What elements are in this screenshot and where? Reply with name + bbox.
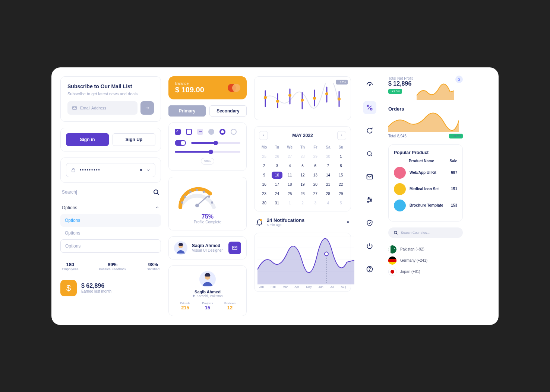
product-row[interactable]: Medical Icon Set151 [394,183,457,195]
stat-value: 98% [146,262,159,267]
search-icon[interactable] [153,189,159,195]
calendar-day[interactable]: 4 [285,162,295,169]
calendar-day[interactable]: 2 [297,200,308,207]
calendar-day[interactable]: 1 [336,153,346,160]
search-input[interactable]: Search| [62,189,77,195]
calendar-day[interactable]: 29 [336,190,346,197]
svg-point-28 [301,99,304,102]
signup-button[interactable]: Sign Up [113,133,155,146]
percent-icon[interactable] [363,101,376,114]
calendar-day[interactable]: 13 [310,172,320,179]
product-row[interactable]: Brochure Template153 [394,200,457,211]
calendar-day[interactable]: 27 [310,190,320,197]
options-header[interactable]: Options [60,201,161,214]
calendar-day[interactable]: 8 [336,162,346,169]
country-search-input[interactable]: Search Countries... [388,227,463,238]
message-button[interactable] [228,242,241,254]
calendar-day[interactable]: 17 [272,181,282,188]
calendar-day[interactable]: 26 [272,153,282,160]
secondary-button[interactable]: Secondary [209,105,247,117]
calendar-day[interactable]: 4 [323,200,333,207]
notification-bar: 24 Notifucations 5 min ago × [254,217,351,227]
option-item-1[interactable]: Options [60,214,161,227]
signin-button[interactable]: Sign in [66,133,109,146]
calendar-day[interactable]: 10 [272,172,282,179]
slider-1[interactable] [191,142,240,144]
calendar-day[interactable]: 24 [272,190,282,197]
calendar-day[interactable]: 9 [259,172,269,179]
cal-next-button[interactable]: › [337,131,346,140]
password-input[interactable]: ••••••••• × [66,163,155,177]
subscribe-button[interactable] [140,101,154,115]
weekday-label: Fr [310,144,320,151]
checkbox-indeterminate[interactable] [197,129,203,135]
sliders-icon[interactable] [363,193,376,207]
shield-icon[interactable] [363,216,376,230]
calendar-day[interactable]: 29 [310,153,320,160]
calendar-day[interactable]: 30 [259,200,269,207]
calendar-day[interactable]: 15 [336,172,346,179]
calendar-day[interactable]: 25 [285,190,295,197]
calendar-day[interactable]: 27 [285,153,295,160]
calendar-day[interactable]: 16 [259,181,269,188]
product-row[interactable]: Web/App UI Kit687 [394,167,457,179]
calendar-day[interactable]: 3 [272,162,282,169]
calendar-day[interactable]: 21 [323,181,333,188]
profit-chip: ↑+3.5% [388,89,402,94]
country-row[interactable]: Japan (+81) [388,266,463,277]
radio-empty[interactable] [231,129,237,135]
cal-prev-button[interactable]: ‹ [259,131,268,140]
email-input[interactable]: Email Address [67,101,138,115]
primary-button[interactable]: Primary [168,105,206,117]
month-label: May [306,285,312,289]
calendar-day[interactable]: 3 [310,200,320,207]
calendar-day[interactable]: 12 [297,172,308,179]
calendar-day[interactable]: 28 [297,153,308,160]
chat-icon[interactable] [363,124,376,137]
calendar-day[interactable]: 30 [323,153,333,160]
calendar-day[interactable]: 19 [297,181,308,188]
calendar-day[interactable]: 7 [323,162,333,169]
calendar-day[interactable]: 6 [310,162,320,169]
dashboard-icon[interactable] [363,78,376,91]
close-icon[interactable]: × [347,219,350,225]
calendar-day[interactable]: 20 [310,181,320,188]
calendar-day[interactable]: 31 [272,200,282,207]
calendar-day[interactable]: 23 [259,190,269,197]
option-item-3[interactable]: Options [60,239,161,253]
calendar-day[interactable]: 26 [297,190,308,197]
calendar-day[interactable]: 5 [336,200,346,207]
slider-2[interactable] [175,151,240,153]
calendar-day[interactable]: 2 [259,162,269,169]
calendar-day[interactable]: 5 [297,162,308,169]
product-name: Web/App UI Kit [410,170,447,175]
calendar-day[interactable]: 28 [323,190,333,197]
radio-filled[interactable] [208,129,214,135]
country-row[interactable]: Germany (+241) [388,255,463,266]
clear-icon[interactable]: × [140,168,142,173]
popular-product-card: Popular Product Product NameSale Web/App… [388,144,463,222]
country-row[interactable]: Pakistan (+92) [388,244,463,255]
search-icon[interactable] [363,147,376,160]
calendar-day[interactable]: 25 [259,153,269,160]
auth-card: Sign in Sign Up [60,128,161,152]
notif-time: 5 min ago [267,223,304,227]
calendar-day[interactable]: 1 [285,200,295,207]
help-icon[interactable] [363,262,376,276]
avatar-icon [199,271,216,287]
checkbox-empty[interactable] [186,129,192,135]
calendar-day[interactable]: 18 [285,181,295,188]
flag-icon [388,245,396,254]
chevron-down-icon[interactable] [146,168,151,172]
mail-icon[interactable] [363,170,376,184]
option-item-2[interactable]: Options [60,227,161,239]
checkbox-checked[interactable] [175,129,181,135]
calendar-day[interactable]: 22 [336,181,346,188]
month-label: Jun [319,285,323,289]
toggle-on[interactable] [175,140,186,146]
calendar-day[interactable]: 11 [285,172,295,179]
power-icon[interactable] [363,239,376,253]
radio-selected[interactable] [219,129,225,135]
profile-name: Saqib Ahmed [174,290,241,294]
calendar-day[interactable]: 14 [323,172,333,179]
